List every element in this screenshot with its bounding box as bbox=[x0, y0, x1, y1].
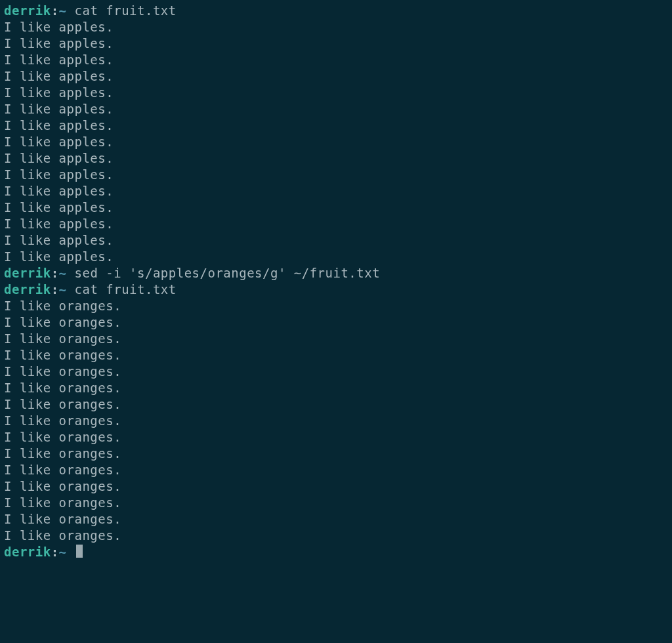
command-text: sed -i 's/apples/oranges/g' ~/fruit.txt bbox=[75, 266, 381, 280]
cursor bbox=[76, 545, 83, 558]
prompt-path: ~ bbox=[59, 282, 67, 297]
output-line: I like oranges. bbox=[4, 495, 668, 511]
command-text: cat fruit.txt bbox=[75, 3, 177, 18]
output-line: I like apples. bbox=[4, 19, 668, 35]
command-line[interactable]: derrik:~ bbox=[4, 544, 668, 560]
output-line: I like apples. bbox=[4, 232, 668, 249]
prompt-user: derrik bbox=[4, 266, 51, 280]
prompt-separator: : bbox=[51, 545, 59, 559]
prompt-path: ~ bbox=[59, 3, 67, 18]
output-line: I like apples. bbox=[4, 216, 668, 232]
output-line: I like oranges. bbox=[4, 478, 668, 495]
output-line: I like apples. bbox=[4, 249, 668, 265]
output-line: I like oranges. bbox=[4, 347, 668, 363]
command-line[interactable]: derrik:~ cat fruit.txt bbox=[4, 3, 668, 19]
terminal[interactable]: derrik:~ cat fruit.txtI like apples.I li… bbox=[0, 0, 672, 563]
output-line: I like apples. bbox=[4, 117, 668, 134]
output-line: I like apples. bbox=[4, 52, 668, 68]
prompt-separator: : bbox=[51, 282, 59, 297]
output-line: I like oranges. bbox=[4, 298, 668, 314]
output-line: I like apples. bbox=[4, 68, 668, 85]
prompt-tail bbox=[67, 3, 75, 18]
output-line: I like apples. bbox=[4, 85, 668, 101]
output-line: I like oranges. bbox=[4, 380, 668, 396]
prompt-path: ~ bbox=[59, 545, 67, 559]
output-line: I like apples. bbox=[4, 199, 668, 216]
output-line: I like oranges. bbox=[4, 363, 668, 380]
output-line: I like apples. bbox=[4, 150, 668, 167]
output-line: I like oranges. bbox=[4, 511, 668, 528]
output-line: I like apples. bbox=[4, 167, 668, 183]
prompt-separator: : bbox=[51, 3, 59, 18]
output-line: I like oranges. bbox=[4, 396, 668, 413]
output-line: I like oranges. bbox=[4, 462, 668, 478]
prompt-path: ~ bbox=[59, 266, 67, 280]
prompt-user: derrik bbox=[4, 545, 51, 559]
prompt-tail bbox=[67, 545, 75, 559]
output-line: I like oranges. bbox=[4, 331, 668, 347]
command-line[interactable]: derrik:~ cat fruit.txt bbox=[4, 281, 668, 298]
prompt-separator: : bbox=[51, 266, 59, 280]
output-line: I like oranges. bbox=[4, 429, 668, 446]
prompt-tail bbox=[67, 282, 75, 297]
output-line: I like apples. bbox=[4, 101, 668, 117]
output-line: I like apples. bbox=[4, 35, 668, 52]
command-text: cat fruit.txt bbox=[75, 282, 177, 297]
prompt-user: derrik bbox=[4, 282, 51, 297]
output-line: I like oranges. bbox=[4, 413, 668, 429]
prompt-user: derrik bbox=[4, 3, 51, 18]
output-line: I like apples. bbox=[4, 134, 668, 150]
prompt-tail bbox=[67, 266, 75, 280]
output-line: I like oranges. bbox=[4, 446, 668, 462]
output-line: I like apples. bbox=[4, 183, 668, 199]
output-line: I like oranges. bbox=[4, 314, 668, 331]
output-line: I like oranges. bbox=[4, 528, 668, 544]
command-line[interactable]: derrik:~ sed -i 's/apples/oranges/g' ~/f… bbox=[4, 265, 668, 281]
